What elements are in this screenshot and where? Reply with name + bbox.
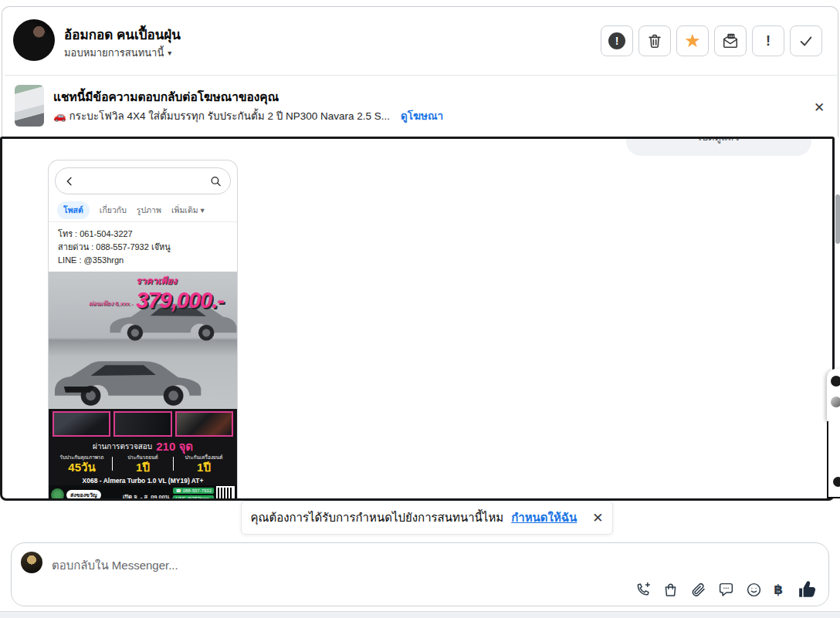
avatar — [831, 397, 840, 407]
line-pill: LINE @353hrgn — [173, 495, 214, 501]
assign-to-me-link[interactable]: กำหนดให้ฉัน — [511, 508, 577, 527]
add-call-button[interactable] — [635, 582, 651, 598]
like-thumb-icon — [798, 579, 818, 599]
saved-replies-button[interactable] — [718, 582, 734, 598]
tab-photos[interactable]: รูปภาพ — [137, 204, 161, 217]
warranty1-value: 45วัน — [68, 461, 95, 474]
car-photos: ราคาเพียง ผ่อนเพียง 6,xxx.- 379,000.- — [49, 272, 237, 409]
view-ad-link[interactable]: ดูโฆษณา — [401, 107, 443, 124]
reply-composer[interactable]: ตอบกลับใน Messenger... — [11, 542, 829, 606]
mark-unread-icon — [722, 32, 739, 49]
avatar[interactable] — [13, 19, 55, 61]
header-divider — [5, 75, 837, 76]
header-actions: ! ★ ! — [601, 25, 822, 56]
flag-button[interactable]: ★ — [676, 25, 709, 56]
inspection-line: ผ่านการตรวจสอบ 210 จุด — [49, 439, 237, 454]
add-call-icon — [635, 582, 651, 598]
dealer-info-bar: ส่งของขวัญ เปิด จ. - ส. 09.00น. - 17.00น… — [49, 485, 237, 501]
inspection-value: 210 จุด — [156, 437, 193, 456]
ad-banner-close-icon[interactable]: ✕ — [810, 98, 828, 117]
warranty3-value: 1ปี — [197, 461, 211, 474]
ad-banner-subtitle-row: 🚗 กระบะโฟวิล 4X4 ใส่ตั้มบรรทุก รับประกัน… — [53, 107, 443, 124]
emoji-icon — [746, 582, 762, 598]
qr-code — [216, 486, 235, 501]
car-ad-creative: ราคาเพียง ผ่อนเพียง 6,xxx.- 379,000.- ผ่… — [49, 272, 237, 501]
conversation-panel-header: อ้อมกอด คนเปื้อนฝุ่น มอบหมายการสนทนานี้ … — [2, 6, 838, 137]
engine-thumbnail — [175, 411, 233, 437]
composer-toolbar: ฿ — [635, 579, 818, 599]
assignment-question: คุณต้องการได้รับการกำหนดไปยังการสนทนานี้… — [250, 508, 503, 527]
chevron-down-icon: ▾ — [168, 49, 171, 57]
saved-reply-icon — [718, 582, 734, 598]
baht-icon: ฿ — [774, 583, 783, 596]
scrollbar-thumb[interactable] — [835, 194, 840, 244]
phone-pill: ☎ 088-557-7932 — [173, 488, 214, 494]
contact-name: อ้อมกอด คนเปื้อนฝุ่น — [64, 24, 181, 45]
search-icon[interactable] — [209, 174, 222, 188]
back-chevron-icon[interactable] — [63, 174, 76, 188]
warranty-row: รับประกันคุณภาพรถ 45วัน ประกันรถยนต์ 1ปี… — [49, 454, 237, 476]
price-caption: ราคาเพียง — [89, 273, 224, 288]
emoji-button[interactable] — [746, 582, 762, 598]
divider — [112, 457, 113, 471]
model-line: X068 - Almera Turbo 1.0 VL (MY19) AT+ — [49, 476, 237, 485]
ad-thumbnail — [15, 85, 44, 127]
gift-badge: ส่งของขวัญ — [66, 490, 101, 500]
attach-icon — [690, 582, 706, 598]
floating-panel-clipped-lower — [827, 421, 840, 498]
mobile-tabs: โพสต์ เกี่ยวกับ รูปภาพ เพิ่มเติม ▾ — [49, 198, 237, 222]
assignment-close-icon[interactable]: ✕ — [592, 510, 603, 526]
mark-done-button[interactable] — [790, 25, 822, 56]
installment-text: ผ่อนเพียง 6,xxx.- — [89, 299, 133, 313]
shop-button[interactable] — [662, 582, 679, 598]
shop-bag-icon — [662, 582, 679, 598]
seats-thumbnail — [113, 411, 171, 437]
divider — [173, 457, 174, 471]
price-value: 379,000.- — [136, 288, 224, 313]
dealer-contact-block: โทร : 061-504-3227 สายด่วน : 088-557-793… — [49, 222, 237, 272]
ad-banner-title: แชทนี้มีข้อความตอบกลับต่อโฆษณาของคุณ — [53, 87, 279, 106]
attachment-screenshot[interactable]: โพสต์ เกี่ยวกับ รูปภาพ เพิ่มเติม ▾ โทร :… — [48, 160, 238, 501]
message-bubble[interactable]: เปิดดูแล้ว — [626, 137, 811, 156]
mobile-search-bar[interactable] — [55, 167, 231, 194]
report-button[interactable]: ! — [601, 25, 633, 56]
delete-button[interactable] — [638, 25, 671, 56]
detail-thumbnails — [49, 409, 237, 439]
messages-area[interactable]: เปิดดูแล้ว โพสต์ เกี่ยวกับ รูปภาพ เพิ่มเ… — [0, 137, 835, 501]
contact-line: LINE : @353hrgn — [58, 254, 228, 267]
window-bottom-strip — [0, 611, 840, 618]
report-icon: ! — [608, 32, 625, 49]
tab-more[interactable]: เพิ่มเติม ▾ — [171, 204, 205, 217]
contact-pills: ☎ 088-557-7932 LINE @353hrgn — [173, 488, 214, 501]
payment-button[interactable]: ฿ — [774, 583, 783, 596]
assign-conversation-menu[interactable]: มอบหมายการสนทนานี้ ▾ — [64, 45, 171, 61]
mark-important-button[interactable]: ! — [752, 25, 784, 56]
price-overlay: ราคาเพียง ผ่อนเพียง 6,xxx.- 379,000.- — [89, 273, 224, 313]
mark-unread-button[interactable] — [714, 25, 747, 56]
mark-important-icon: ! — [766, 33, 771, 49]
assignment-prompt: คุณต้องการได้รับการกำหนดไปยังการสนทนานี้… — [241, 501, 613, 535]
assign-menu-label: มอบหมายการสนทนานี้ — [64, 45, 164, 61]
trash-icon — [646, 32, 663, 49]
floating-panel-clipped[interactable] — [827, 369, 840, 421]
avatar — [833, 477, 840, 487]
reply-input[interactable]: ตอบกลับใน Messenger... — [52, 556, 178, 575]
tab-posts[interactable]: โพสต์ — [57, 201, 90, 219]
star-icon: ★ — [684, 32, 701, 50]
warranty2-value: 1ปี — [136, 461, 150, 474]
tab-about[interactable]: เกี่ยวกับ — [100, 204, 127, 217]
interior-thumbnail — [52, 411, 110, 437]
check-icon — [798, 32, 815, 49]
attach-button[interactable] — [690, 582, 706, 598]
dealer-logo — [51, 488, 64, 501]
contact-phone: โทร : 061-504-3227 — [58, 228, 228, 241]
ad-subtitle: 🚗 กระบะโฟวิล 4X4 ใส่ตั้มบรรทุก รับประกัน… — [53, 107, 390, 124]
inspection-prefix: ผ่านการตรวจสอบ — [93, 441, 152, 452]
avatar — [831, 376, 840, 387]
contact-hotline: สายด่วน : 088-557-7932 เจ๊หนู — [58, 241, 228, 254]
like-button[interactable] — [798, 579, 818, 599]
car-front-photo — [49, 341, 232, 409]
page-avatar — [21, 552, 42, 573]
